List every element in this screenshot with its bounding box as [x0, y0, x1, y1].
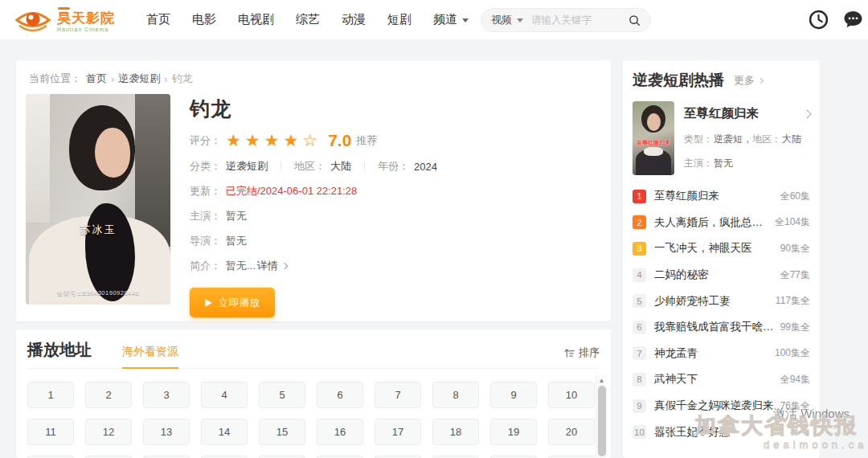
- featured-type-value: 逆袭短，: [714, 133, 752, 145]
- thumb-art-collar: [644, 147, 663, 156]
- ranking-item[interactable]: 4二妈的秘密全77集: [633, 262, 810, 288]
- episode-button[interactable]: 20: [548, 419, 595, 445]
- scroll-up-arrow-icon[interactable]: ▲: [599, 374, 605, 386]
- stars-filled: ★★★★: [226, 132, 302, 149]
- region-value: 大陆: [330, 159, 351, 174]
- ranking-item[interactable]: 3一飞冲天，神眼天医90集全: [633, 235, 810, 262]
- featured-item[interactable]: 至尊红颜归来 至尊红颜归来 类型：逆袭短，地区：大陆 主演：暂无: [633, 101, 810, 175]
- video-title: 钓龙: [190, 96, 601, 122]
- sidebar-header: 逆袭短剧热播 更多: [633, 70, 810, 91]
- episode-button[interactable]: 3: [143, 382, 190, 408]
- episode-button[interactable]: 15: [259, 419, 305, 445]
- detail-body: 苏冰玉 备案号:LB39430190928446 钓龙 评分： ★★★★☆ 7.…: [26, 94, 601, 317]
- nav-item-3[interactable]: 电视剧: [238, 12, 274, 27]
- play-address-card: 播放地址 海外看资源 排序 12345678910111213141516171…: [16, 329, 611, 458]
- ranking-item-count: 全77集: [780, 268, 810, 282]
- episode-button[interactable]: 9: [490, 382, 537, 408]
- nav-item-6[interactable]: 短剧: [387, 12, 411, 27]
- breadcrumb-separator: ›: [162, 73, 170, 85]
- ranking-item[interactable]: 9真假千金之妈咪逆袭归来76集全: [633, 393, 810, 419]
- episode-button[interactable]: 6: [317, 382, 363, 408]
- ranking-item[interactable]: 2夫人离婚后，疯批总裁他慌了全104集: [633, 210, 810, 236]
- sort-button[interactable]: 排序: [564, 346, 600, 368]
- scrollbar-thumb[interactable]: [598, 386, 606, 456]
- search-category-select[interactable]: 视频: [491, 13, 523, 27]
- breadcrumb-separator: ›: [108, 73, 117, 85]
- logo-title: 昊天影院: [57, 11, 115, 25]
- search-icon[interactable]: [628, 14, 641, 27]
- nav-item-2[interactable]: 电影: [192, 12, 216, 27]
- rank-badge: 5: [633, 294, 646, 308]
- episode-button[interactable]: 16: [317, 419, 363, 445]
- nav-item-1[interactable]: 首页: [146, 12, 170, 27]
- site-logo[interactable]: 昊天影院 Haotian Cinema: [0, 5, 127, 35]
- sidebar-more-link[interactable]: 更多: [734, 73, 763, 88]
- episode-button[interactable]: 18: [432, 419, 479, 445]
- nav-item-5[interactable]: 动漫: [342, 12, 366, 27]
- poster-footnote: 备案号:LB39430190928446: [26, 289, 170, 297]
- rank-badge: 3: [633, 242, 646, 256]
- ranking-item[interactable]: 8武神天下全94集: [633, 366, 810, 393]
- poster-art-face: [95, 128, 130, 178]
- nav-item-label: 动漫: [342, 12, 366, 27]
- ranking-item-count: 90集全: [780, 242, 810, 256]
- chevron-right-icon: [802, 109, 811, 118]
- detail-more-link[interactable]: 详情: [257, 259, 287, 273]
- breadcrumb-item[interactable]: 逆袭短剧: [117, 72, 162, 86]
- nav-item-7[interactable]: 频道: [433, 12, 469, 27]
- play-icon: [205, 299, 212, 307]
- history-icon[interactable]: [809, 10, 829, 30]
- episode-button[interactable]: 17: [375, 419, 421, 445]
- chevron-down-icon: [462, 18, 469, 26]
- episode-button[interactable]: 14: [201, 419, 248, 445]
- episode-button[interactable]: 5: [259, 382, 305, 408]
- breadcrumb-item[interactable]: 首页: [84, 72, 108, 86]
- nav-item-4[interactable]: 综艺: [296, 12, 320, 27]
- episode-scrollbar[interactable]: ▲: [596, 374, 607, 458]
- rating-label: 评分：: [190, 133, 221, 148]
- director-label: 导演：: [190, 234, 221, 248]
- ranking-item[interactable]: 5少帅娇宠特工妻117集全: [633, 288, 810, 314]
- rating-tag: 推荐: [356, 133, 377, 148]
- episode-button[interactable]: 13: [143, 419, 190, 445]
- detail-card: 当前位置： 首页›逆袭短剧›钓龙 苏冰玉 备案号:LB3943019092844…: [16, 60, 611, 321]
- episode-button[interactable]: 4: [201, 382, 248, 408]
- year-label: 年份：: [378, 159, 409, 174]
- episode-button[interactable]: 12: [85, 419, 132, 445]
- ranking-item-title: 夫人离婚后，疯批总裁他慌了: [654, 215, 770, 230]
- poster-caption: 苏冰玉: [26, 223, 170, 237]
- episode-button[interactable]: 8: [432, 382, 479, 408]
- rank-badge: 8: [633, 373, 646, 386]
- ranking-item-count: 全104集: [775, 215, 810, 229]
- featured-meta: 类型：逆袭短，地区：大陆: [684, 133, 810, 146]
- tab-overseas-source[interactable]: 海外看资源: [122, 345, 178, 369]
- ranking-item-title: 二妈的秘密: [654, 268, 776, 282]
- ranking-item-title: 少帅娇宠特工妻: [654, 294, 771, 309]
- search-input[interactable]: [531, 14, 628, 26]
- episode-button[interactable]: 11: [27, 419, 74, 445]
- category-link[interactable]: 逆袭短剧: [226, 159, 268, 174]
- meta-row: 分类： 逆袭短剧 地区： 大陆 年份： 2024: [190, 159, 601, 174]
- episode-button[interactable]: 19: [490, 419, 537, 445]
- page: 昊天影院 Haotian Cinema 首页电影电视剧综艺动漫短剧频道 视频 当…: [0, 0, 868, 458]
- play-button[interactable]: 立即播放: [190, 288, 275, 317]
- ranking-item[interactable]: 7神龙孟青100集全: [633, 341, 810, 367]
- episode-button[interactable]: 1: [27, 382, 74, 408]
- region-label: 地区：: [294, 159, 326, 174]
- ranking-item[interactable]: 10嚣张王妃不好惹: [633, 419, 810, 445]
- messages-icon[interactable]: [842, 10, 864, 29]
- featured-thumbnail: 至尊红颜归来: [633, 101, 674, 175]
- episode-button[interactable]: 10: [548, 382, 595, 408]
- ranking-item[interactable]: 1至尊红颜归来全60集: [633, 183, 810, 210]
- sidebar-title: 逆袭短剧热播: [633, 70, 724, 91]
- ranking-item-title: 神龙孟青: [654, 346, 770, 361]
- tab-label: 海外看资源: [122, 345, 178, 358]
- poster-image[interactable]: 苏冰玉 备案号:LB39430190928446: [26, 94, 170, 305]
- episode-button[interactable]: 2: [85, 382, 132, 408]
- ranking-item-title: 我靠赔钱成首富我干啥赔啥: [654, 320, 776, 334]
- main-nav: 首页电影电视剧综艺动漫短剧频道: [146, 12, 469, 27]
- director-value: 暂无: [226, 234, 247, 248]
- episode-button[interactable]: 7: [375, 382, 421, 408]
- ranking-item[interactable]: 6我靠赔钱成首富我干啥赔啥99集全: [633, 314, 810, 341]
- ranking-item-title: 一飞冲天，神眼天医: [654, 241, 776, 256]
